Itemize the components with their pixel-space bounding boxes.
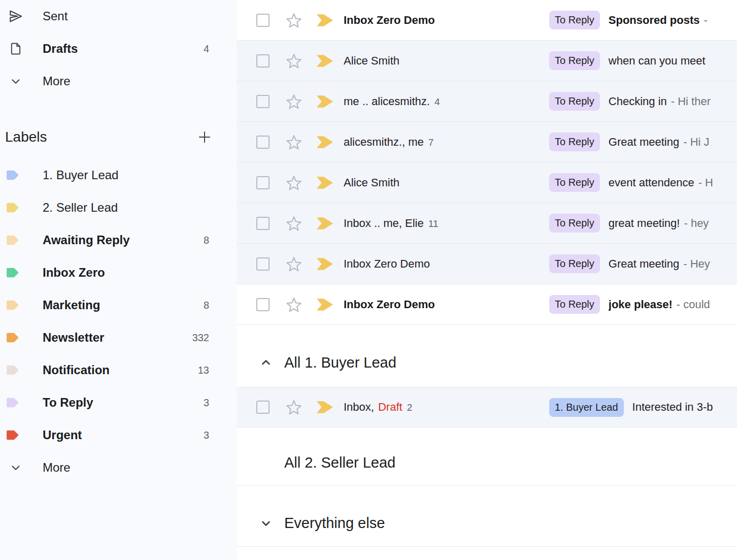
tag-icon	[6, 168, 20, 182]
sidebar-item-more[interactable]: More	[0, 65, 237, 97]
importance-marker-icon[interactable]	[316, 298, 334, 311]
email-subject: Checking in	[609, 95, 667, 108]
star-toggle[interactable]	[285, 295, 303, 314]
select-checkbox[interactable]	[256, 217, 270, 230]
star-toggle[interactable]	[285, 11, 303, 29]
tag-icon	[6, 233, 20, 247]
email-row[interactable]: me .. alicesmithz.4 To Reply Checking in…	[237, 81, 737, 122]
thread-count: 2	[407, 402, 413, 413]
email-snippet: - Hi ther	[671, 95, 711, 108]
importance-marker-icon[interactable]	[316, 257, 334, 271]
sidebar-labels-more[interactable]: More	[0, 451, 237, 484]
select-checkbox[interactable]	[256, 401, 270, 414]
email-row[interactable]: alicesmithz., me7 To Reply Great meeting…	[237, 122, 737, 162]
section-header-seller-lead[interactable]: All 2. Seller Lead	[237, 427, 737, 486]
email-list: Inbox Zero Demo To Reply Sponsored posts…	[237, 0, 737, 560]
sidebar-label-seller-lead[interactable]: 2. Seller Lead	[0, 191, 237, 224]
sidebar-label-marketing[interactable]: Marketing 8	[0, 289, 237, 321]
chevron-up-icon	[259, 355, 273, 370]
sidebar-label-to-reply[interactable]: To Reply 3	[0, 386, 237, 419]
star-toggle[interactable]	[285, 174, 303, 192]
gmail-app: Sent Drafts 4 More Labels	[0, 0, 737, 560]
sender-name: Alice Smith	[344, 54, 399, 68]
add-label-button[interactable]	[197, 129, 212, 145]
select-checkbox[interactable]	[256, 136, 270, 149]
tag-icon	[6, 298, 20, 312]
label-badge-to-reply[interactable]: To Reply	[549, 214, 600, 233]
label-badge-to-reply[interactable]: To Reply	[549, 173, 600, 192]
sidebar-item-label: More	[43, 460, 71, 475]
thread-count: 11	[428, 218, 439, 229]
label-badge-to-reply[interactable]: To Reply	[549, 254, 600, 273]
email-row[interactable]: Inbox Zero Demo To Reply Sponsored posts…	[237, 0, 737, 41]
label-badge-buyer-lead[interactable]: 1. Buyer Lead	[549, 398, 624, 417]
label-count: 13	[198, 365, 209, 376]
select-checkbox[interactable]	[256, 95, 270, 108]
importance-marker-icon[interactable]	[316, 54, 334, 68]
importance-marker-icon[interactable]	[316, 95, 334, 108]
star-toggle[interactable]	[285, 398, 303, 416]
importance-marker-icon[interactable]	[316, 176, 334, 189]
label-name: Marketing	[43, 298, 100, 312]
label-count: 3	[204, 397, 209, 409]
email-snippet: - Hey	[683, 257, 710, 270]
select-checkbox[interactable]	[256, 14, 270, 27]
sidebar-label-newsletter[interactable]: Newsletter 332	[0, 321, 237, 354]
sender-name: alicesmithz., me	[344, 136, 424, 149]
tag-icon	[6, 428, 20, 442]
tag-icon	[6, 396, 20, 410]
star-toggle[interactable]	[285, 214, 303, 233]
email-row[interactable]: Inbox Zero Demo To Reply Great meeting- …	[237, 244, 737, 284]
email-subject: when can you meet	[609, 54, 706, 67]
sender-name: me .. alicesmithz.	[344, 95, 430, 108]
sender-name: Inbox .. me, Elie	[344, 217, 424, 230]
email-snippet: - H	[698, 176, 713, 189]
email-snippet: - could	[677, 298, 710, 311]
select-checkbox[interactable]	[256, 298, 270, 311]
importance-marker-icon[interactable]	[316, 136, 334, 149]
section-header-everything-else[interactable]: Everything else	[237, 486, 737, 547]
label-name: Awaiting Reply	[43, 233, 130, 247]
select-checkbox[interactable]	[256, 257, 270, 271]
label-badge-to-reply[interactable]: To Reply	[549, 51, 600, 70]
importance-marker-icon[interactable]	[316, 217, 334, 230]
select-checkbox[interactable]	[256, 176, 270, 189]
email-subject: Interested in 3-b	[632, 401, 713, 413]
email-subject: great meeting!	[609, 217, 680, 229]
email-snippet: - Hi J	[683, 136, 709, 148]
sidebar-label-urgent[interactable]: Urgent 3	[0, 419, 237, 451]
email-row-draft[interactable]: Inbox, Draft 2 1. Buyer Lead Interested …	[237, 387, 737, 427]
sidebar-item-drafts[interactable]: Drafts 4	[0, 32, 237, 65]
chevron-down-icon	[8, 459, 24, 476]
sidebar-label-awaiting-reply[interactable]: Awaiting Reply 8	[0, 224, 237, 256]
sidebar-label-inbox-zero[interactable]: Inbox Zero	[0, 256, 237, 289]
email-row[interactable]: Inbox .. me, Elie11 To Reply great meeti…	[237, 203, 737, 244]
thread-count: 7	[428, 137, 434, 148]
email-subject: Great meeting	[609, 257, 679, 270]
star-toggle[interactable]	[285, 133, 303, 151]
section-title: Everything else	[284, 515, 385, 532]
star-toggle[interactable]	[285, 52, 303, 70]
labels-header: Labels	[0, 122, 237, 152]
sender-name: Inbox Zero Demo	[344, 14, 435, 27]
label-badge-to-reply[interactable]: To Reply	[549, 11, 600, 29]
select-checkbox[interactable]	[256, 54, 270, 68]
sidebar-label-notification[interactable]: Notification 13	[0, 354, 237, 386]
label-badge-to-reply[interactable]: To Reply	[549, 295, 600, 314]
email-row[interactable]: Alice Smith To Reply when can you meet	[237, 41, 737, 81]
email-row[interactable]: Alice Smith To Reply event attendence- H	[237, 162, 737, 203]
star-toggle[interactable]	[285, 92, 303, 111]
star-toggle[interactable]	[285, 255, 303, 273]
sender-name: Inbox Zero Demo	[344, 257, 430, 271]
label-count: 332	[192, 332, 209, 344]
sidebar-label-buyer-lead[interactable]: 1. Buyer Lead	[0, 159, 237, 191]
label-name: 1. Buyer Lead	[43, 168, 118, 182]
importance-marker-icon[interactable]	[316, 401, 334, 414]
label-badge-to-reply[interactable]: To Reply	[549, 92, 600, 111]
sidebar-item-sent[interactable]: Sent	[0, 0, 237, 32]
importance-marker-icon[interactable]	[316, 14, 334, 27]
label-count: 8	[204, 300, 209, 311]
label-badge-to-reply[interactable]: To Reply	[549, 133, 600, 151]
section-header-buyer-lead[interactable]: All 1. Buyer Lead	[237, 325, 737, 387]
email-row[interactable]: Inbox Zero Demo To Reply joke please!- c…	[237, 284, 737, 325]
